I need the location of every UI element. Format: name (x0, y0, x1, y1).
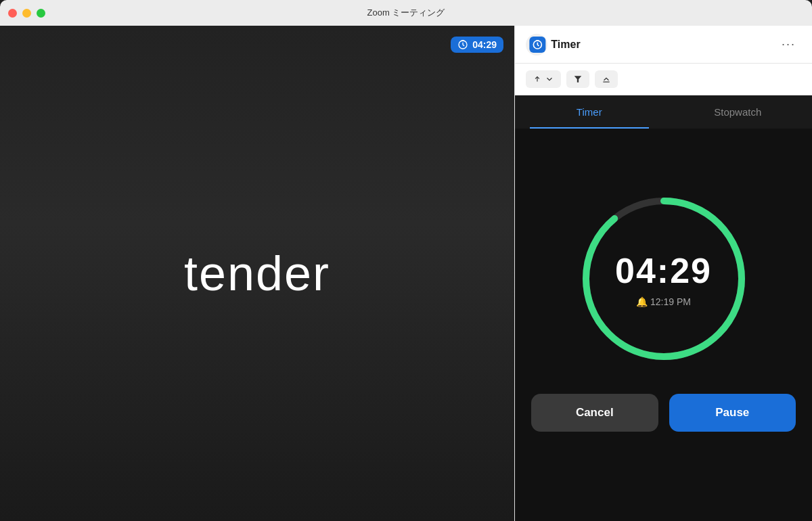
timer-badge-time: 04:29 (472, 39, 497, 50)
header-center: Timer (529, 37, 580, 53)
minimize-button[interactable] (22, 9, 31, 18)
action-buttons-row: Cancel Pause (515, 394, 812, 459)
timer-panel-header: ‹ Timer ··· (515, 26, 812, 64)
collapse-icon (602, 74, 611, 84)
video-word: tender (184, 246, 330, 301)
clock-alarm-time: 🔔 12:19 PM (636, 296, 691, 307)
timer-overlay-badge: 04:29 (451, 37, 503, 53)
tab-timer[interactable]: Timer (515, 95, 664, 129)
alarm-time-value: 12:19 PM (650, 296, 691, 307)
timer-app-title: Timer (551, 39, 580, 51)
close-button[interactable] (8, 9, 17, 18)
video-panel: tender 04:29 (0, 26, 514, 521)
upload-icon (533, 74, 542, 84)
timer-panel: ‹ Timer ··· (514, 26, 812, 521)
header-right: ··· (776, 35, 801, 54)
clock-container: 04:29 🔔 12:19 PM (576, 191, 752, 367)
filter-icon (573, 74, 583, 84)
alarm-icon: 🔔 (636, 296, 648, 307)
titlebar: Zoom ミーティング (0, 0, 812, 26)
toolbar-row (515, 64, 812, 95)
cancel-button[interactable]: Cancel (531, 394, 658, 432)
collapse-button[interactable] (595, 70, 618, 88)
timer-badge-icon (457, 39, 468, 50)
video-inner: tender (0, 26, 514, 521)
tab-stopwatch[interactable]: Stopwatch (664, 95, 813, 129)
tabs-row: Timer Stopwatch (515, 95, 812, 129)
maximize-button[interactable] (37, 9, 45, 18)
main-area: tender 04:29 ‹ (0, 26, 812, 521)
timer-app-icon (529, 37, 545, 53)
clock-inner: 04:29 🔔 12:19 PM (576, 191, 752, 367)
timer-body: 04:29 🔔 12:19 PM Cancel Pause (515, 129, 812, 521)
filter-button[interactable] (566, 70, 589, 88)
chevron-down-icon (545, 74, 554, 84)
window-title: Zoom ミーティング (367, 7, 445, 19)
clock-time-display: 04:29 (615, 250, 712, 291)
more-options-button[interactable]: ··· (776, 35, 801, 54)
pause-button[interactable]: Pause (669, 394, 796, 432)
titlebar-buttons (8, 9, 45, 18)
upload-button[interactable] (526, 70, 561, 88)
svg-marker-5 (574, 76, 582, 82)
